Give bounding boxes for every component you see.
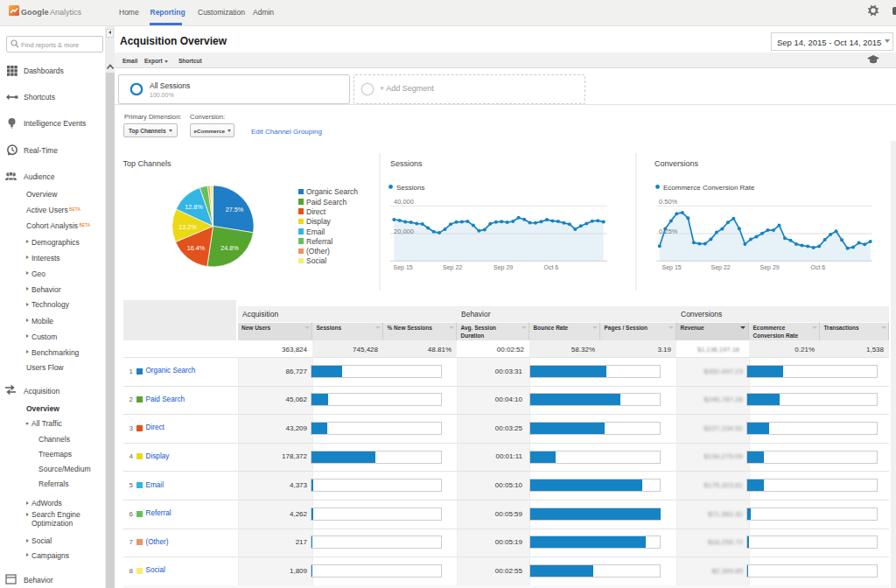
svg-text:27.5%: 27.5%	[226, 206, 244, 214]
svg-text:24.8%: 24.8%	[220, 244, 239, 252]
svg-text:16.4%: 16.4%	[187, 244, 206, 252]
svg-text:13.2%: 13.2%	[178, 223, 197, 231]
svg-text:12.8%: 12.8%	[185, 203, 203, 211]
